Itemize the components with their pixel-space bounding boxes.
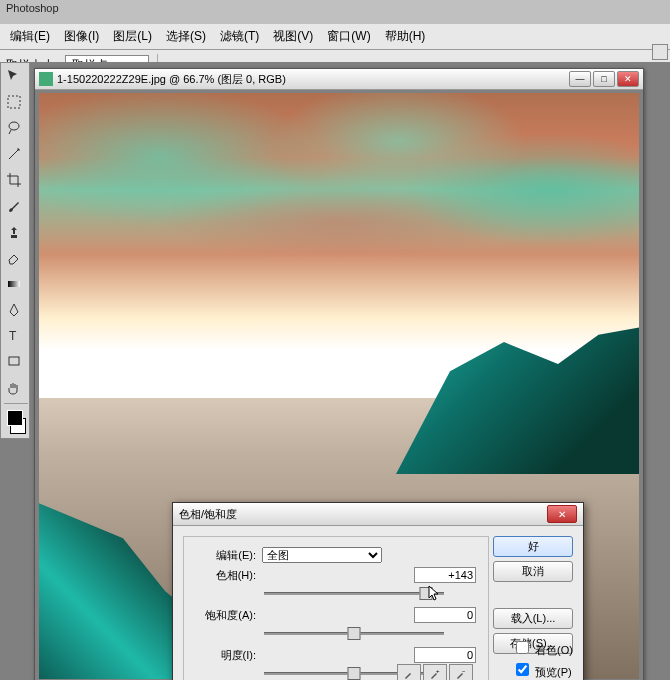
notes-tool[interactable]	[2, 350, 26, 374]
edit-label: 编辑(E):	[196, 548, 256, 563]
toolbox: T	[0, 62, 30, 439]
document-titlebar[interactable]: 1-150220222Z29E.jpg @ 66.7% (图层 0, RGB) …	[35, 69, 643, 90]
dialog-titlebar[interactable]: 色相/饱和度 ✕	[173, 503, 583, 526]
svg-rect-5	[39, 72, 53, 86]
menu-layer[interactable]: 图层(L)	[107, 26, 158, 47]
hue-slider[interactable]	[264, 587, 444, 601]
svg-text:−: −	[462, 668, 466, 674]
edit-dropdown[interactable]: 全图	[262, 547, 382, 563]
document-icon	[39, 72, 53, 86]
gradient-tool[interactable]	[2, 272, 26, 296]
svg-rect-1	[11, 235, 17, 238]
pen-tool[interactable]	[2, 298, 26, 322]
lightness-input[interactable]	[414, 647, 476, 663]
wand-tool[interactable]	[2, 142, 26, 166]
eyedropper-group: + −	[397, 664, 473, 680]
lightness-label: 明度(I):	[196, 648, 256, 663]
panel-toggle-button[interactable]	[652, 44, 668, 60]
menu-image[interactable]: 图像(I)	[58, 26, 105, 47]
workspace: T 1-150220222Z29E.jpg @ 66.7% (图层 0, RGB…	[0, 62, 670, 680]
move-tool[interactable]	[2, 64, 26, 88]
dialog-title: 色相/饱和度	[179, 507, 547, 522]
svg-text:T: T	[9, 329, 17, 343]
eyedropper-icon[interactable]	[397, 664, 421, 680]
eyedropper-plus-icon[interactable]: +	[423, 664, 447, 680]
menu-help[interactable]: 帮助(H)	[379, 26, 432, 47]
colorize-checkbox[interactable]: 着色(O)	[512, 638, 573, 658]
menubar: 编辑(E) 图像(I) 图层(L) 选择(S) 滤镜(T) 视图(V) 窗口(W…	[0, 24, 670, 50]
svg-text:+: +	[436, 668, 440, 674]
hsl-fieldset: 编辑(E): 全图 色相(H): 饱和度(A):	[183, 536, 489, 680]
marquee-tool[interactable]	[2, 90, 26, 114]
minimize-button[interactable]: —	[569, 71, 591, 87]
text-tool[interactable]: T	[2, 324, 26, 348]
load-button[interactable]: 载入(L)...	[493, 608, 573, 629]
svg-rect-4	[9, 357, 19, 365]
cancel-button[interactable]: 取消	[493, 561, 573, 582]
eraser-tool[interactable]	[2, 246, 26, 270]
ok-button[interactable]: 好	[493, 536, 573, 557]
foreground-color[interactable]	[7, 410, 23, 426]
lasso-tool[interactable]	[2, 116, 26, 140]
hue-input[interactable]	[414, 567, 476, 583]
saturation-label: 饱和度(A):	[196, 608, 256, 623]
brush-tool[interactable]	[2, 194, 26, 218]
saturation-input[interactable]	[414, 607, 476, 623]
menu-select[interactable]: 选择(S)	[160, 26, 212, 47]
svg-rect-2	[8, 281, 20, 287]
hue-label: 色相(H):	[196, 568, 256, 583]
preview-checkbox[interactable]: 预览(P)	[512, 660, 573, 680]
separator	[4, 403, 28, 404]
hand-tool[interactable]	[2, 376, 26, 400]
dialog-close-button[interactable]: ✕	[547, 505, 577, 523]
menu-edit[interactable]: 编辑(E)	[4, 26, 56, 47]
menu-view[interactable]: 视图(V)	[267, 26, 319, 47]
svg-rect-0	[8, 96, 20, 108]
crop-tool[interactable]	[2, 168, 26, 192]
eyedropper-minus-icon[interactable]: −	[449, 664, 473, 680]
hue-saturation-dialog: 色相/饱和度 ✕ 编辑(E): 全图 色相(H):	[172, 502, 584, 680]
close-button[interactable]: ✕	[617, 71, 639, 87]
document-title: 1-150220222Z29E.jpg @ 66.7% (图层 0, RGB)	[57, 72, 569, 87]
menu-filter[interactable]: 滤镜(T)	[214, 26, 265, 47]
saturation-slider[interactable]	[264, 627, 444, 641]
color-swatches[interactable]	[1, 406, 29, 438]
app-titlebar: Photoshop	[0, 0, 670, 24]
clone-tool[interactable]	[2, 220, 26, 244]
maximize-button[interactable]: □	[593, 71, 615, 87]
menu-window[interactable]: 窗口(W)	[321, 26, 376, 47]
